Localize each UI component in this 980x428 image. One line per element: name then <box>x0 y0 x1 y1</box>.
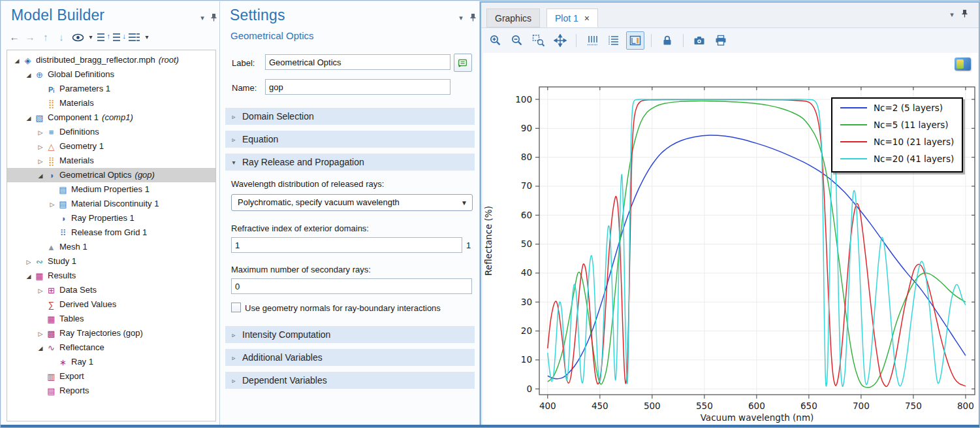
tree-item-ray-properties-1[interactable]: ◑Ray Properties 1 <box>7 211 215 225</box>
expander-closed-icon[interactable]: ▷ <box>24 255 33 269</box>
tree-item-definitions[interactable]: ▷≡Definitions <box>7 125 215 139</box>
tree-item-geometry-1[interactable]: ▷△Geometry 1 <box>7 139 215 154</box>
tree-item-results[interactable]: ◢▦Results <box>7 269 215 283</box>
tree-item-data-sets[interactable]: ▷⊞Data Sets <box>7 283 215 297</box>
expander-open-icon[interactable]: ◢ <box>24 269 33 284</box>
graphics-panel: GraphicsPlot 1× ▾ 4004505005506006507007… <box>480 1 980 426</box>
component-icon: ▧ <box>33 111 46 125</box>
show-caret-icon[interactable]: ▾ <box>87 31 94 44</box>
panel-caret-down-icon[interactable]: ▾ <box>198 13 207 22</box>
tree-item-reports[interactable]: ▤Reports <box>7 384 215 398</box>
forward-icon[interactable]: → <box>24 31 37 44</box>
model-builder-panel: Model Builder ▾ ←→↑↓▾↑↓▾ ◢◈distributed_b… <box>1 1 220 426</box>
expander-open-icon[interactable]: ◢ <box>24 68 33 82</box>
medium-icon: ▤ <box>57 197 69 212</box>
section-header-domain-selection[interactable]: ▹Domain Selection <box>225 108 475 125</box>
ray-props-icon: ◑ <box>57 212 69 226</box>
expander-closed-icon[interactable]: ▷ <box>36 154 45 169</box>
tab-plot-1[interactable]: Plot 1× <box>546 8 598 27</box>
tab-graphics[interactable]: Graphics <box>486 8 540 27</box>
tree-item-geometrical-optics[interactable]: ◢◑Geometrical Optics(gop) <box>7 168 215 182</box>
move-up-icon[interactable]: ↑ <box>39 31 52 44</box>
tree-item-release-from-grid-1[interactable]: ⠿Release from Grid 1 <box>7 225 215 240</box>
show-icon[interactable] <box>71 31 85 44</box>
tree-item-ray-trajectories-gop[interactable]: ▷▩Ray Trajectories (gop) <box>7 326 215 340</box>
print-icon[interactable] <box>712 31 730 50</box>
panel-caret-down-icon[interactable]: ▾ <box>947 10 956 19</box>
section-header-intensity-computation[interactable]: ▹Intensity Computation <box>225 326 475 343</box>
tree-item-study-1[interactable]: ▷∾Study 1 <box>7 254 215 269</box>
expander-open-icon[interactable]: ◢ <box>36 341 45 355</box>
geometry-normals-checkbox[interactable] <box>231 303 241 312</box>
expander-open-icon[interactable]: ◢ <box>24 111 33 125</box>
section-header-additional-variables[interactable]: ▹Additional Variables <box>225 349 475 366</box>
tree-item-medium-properties-1[interactable]: ▤Medium Properties 1 <box>7 182 215 197</box>
tree-options-caret-icon[interactable]: ▾ <box>144 31 150 44</box>
back-icon[interactable]: ← <box>8 31 21 44</box>
expander-closed-icon[interactable]: ▷ <box>48 197 57 212</box>
tree-item-ray-1[interactable]: ∗Ray 1 <box>7 355 215 369</box>
panel-pin-icon[interactable] <box>960 9 969 18</box>
panel-pin-icon[interactable] <box>468 13 477 22</box>
zoom-box-icon[interactable] <box>530 31 548 50</box>
zoom-in-icon[interactable] <box>486 31 505 50</box>
x-axis-data-icon[interactable] <box>583 31 601 50</box>
panel-caret-down-icon[interactable]: ▾ <box>456 13 466 22</box>
tree-options-icon[interactable] <box>128 32 141 42</box>
expander-closed-icon[interactable]: ▷ <box>36 327 45 341</box>
tree-item-reflectance[interactable]: ◢∿Reflectance <box>7 340 215 355</box>
section-expanded-icon: ▾ <box>225 159 242 166</box>
y-axis-data-icon[interactable] <box>605 31 623 50</box>
svg-text:400: 400 <box>539 401 556 411</box>
lock-axes-icon[interactable] <box>658 31 676 50</box>
image-snapshot-icon[interactable] <box>690 31 708 50</box>
move-down-icon[interactable]: ↓ <box>55 31 68 44</box>
plot-window-icon[interactable] <box>955 58 971 71</box>
ray-traj-icon: ▩ <box>45 327 57 341</box>
tree-item-global-definitions[interactable]: ◢⊕Global Definitions <box>7 67 215 82</box>
refractive-index-label: Refractive index of exterior domains: <box>231 223 369 233</box>
tree-item-materials[interactable]: ⣿Materials <box>7 96 215 110</box>
expander-closed-icon[interactable]: ▷ <box>36 284 45 298</box>
plot-area[interactable]: 4004505005506006507007508000102030405060… <box>483 53 978 425</box>
expander-closed-icon[interactable]: ▷ <box>36 125 45 140</box>
section-header-label: Ray Release and Propagation <box>242 157 364 167</box>
expand-all-icon[interactable]: ↑ <box>97 32 110 42</box>
section-header-ray-release-and-propagation[interactable]: ▾Ray Release and Propagation <box>225 154 475 171</box>
materials-icon: ⣿ <box>45 97 57 111</box>
wavelength-distribution-select[interactable]: Polychromatic, specify vacuum wavelength… <box>231 194 473 211</box>
derived-icon: ∑ <box>45 298 57 312</box>
tree-item-materials[interactable]: ▷⣿Materials <box>7 154 215 168</box>
tree-item-derived-values[interactable]: ∑Derived Values <box>7 297 215 312</box>
legend-entry: Nc=20 (41 layers) <box>840 150 962 167</box>
zoom-extents-icon[interactable] <box>551 31 569 50</box>
tree-item-label: Ray Trajectories (gop) <box>59 328 143 338</box>
section-header-dependent-variables[interactable]: ▹Dependent Variables <box>225 372 475 389</box>
refractive-index-input[interactable] <box>231 237 462 253</box>
secondary-rays-input[interactable] <box>231 278 472 294</box>
expander-closed-icon[interactable]: ▷ <box>36 140 45 154</box>
label-field-input[interactable] <box>265 54 450 70</box>
section-header-equation[interactable]: ▹Equation <box>225 131 475 148</box>
zoom-out-icon[interactable] <box>508 31 526 50</box>
name-field-input[interactable] <box>265 79 450 95</box>
tree-item-label: Release from Grid 1 <box>71 227 147 237</box>
tree-item-export[interactable]: ▥Export <box>7 369 215 384</box>
legend-line-swatch <box>840 141 867 142</box>
expander-open-icon[interactable]: ◢ <box>12 54 22 68</box>
tree-item-label: Mesh 1 <box>59 242 87 252</box>
tree-item-distributed-bragg-reflector-mph[interactable]: ◢◈distributed_bragg_reflector.mph(root) <box>7 53 215 67</box>
expander-open-icon[interactable]: ◢ <box>36 169 45 183</box>
plot-settings-icon[interactable] <box>626 31 644 50</box>
tree-item-tables[interactable]: ▦Tables <box>7 312 215 326</box>
tree-item-material-discontinuity-1[interactable]: ▷▤Material Discontinuity 1 <box>7 197 215 211</box>
tree-item-parameters-1[interactable]: PᵢParameters 1 <box>7 82 215 96</box>
tree-item-mesh-1[interactable]: ▲Mesh 1 <box>7 240 215 254</box>
rename-button[interactable] <box>454 54 472 72</box>
tree-item-component-1[interactable]: ◢▧Component 1(comp1) <box>7 110 215 125</box>
tab-close-icon[interactable]: × <box>584 13 590 24</box>
section-collapsed-icon: ▹ <box>225 113 242 120</box>
tree-item-label: Parameters 1 <box>59 84 110 93</box>
collapse-all-icon[interactable]: ↓ <box>112 32 125 42</box>
panel-pin-icon[interactable] <box>209 13 218 22</box>
